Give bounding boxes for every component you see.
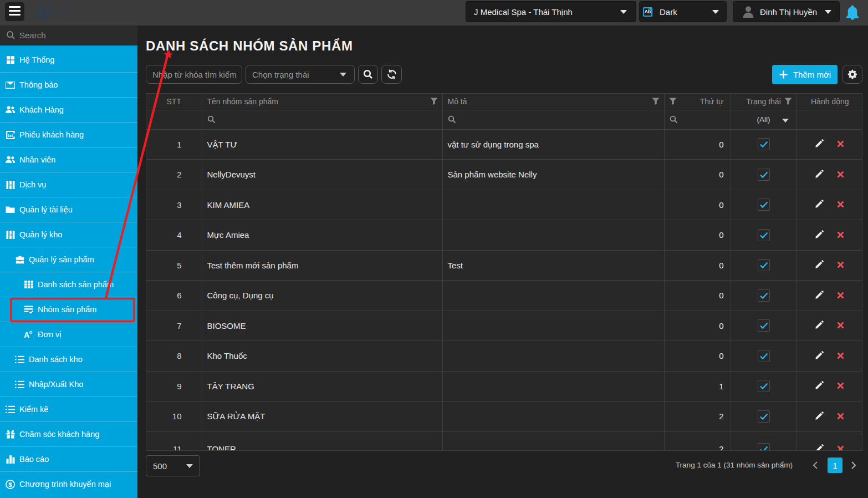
svg-text:J: J: [41, 7, 45, 17]
svg-text:· SPA ·: · SPA ·: [53, 13, 69, 17]
svg-text:A: A: [24, 331, 29, 339]
svg-text:MEDICAL: MEDICAL: [51, 8, 73, 12]
svg-text:txt: txt: [8, 133, 13, 138]
svg-text:$: $: [8, 481, 12, 488]
